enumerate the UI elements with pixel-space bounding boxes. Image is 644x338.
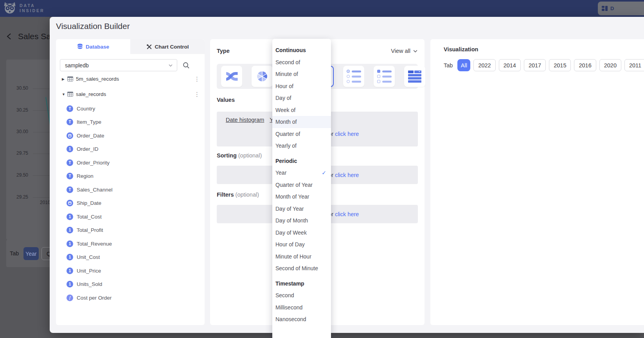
field-unit-price[interactable]: 1 Unit_Price [56,264,205,278]
field-units-sold[interactable]: 1 Units_Sold [56,278,205,291]
dropdown-item-day-of-week[interactable]: Day of Week [272,227,331,239]
dropdown-item-quarter-of[interactable]: Quarter of [272,128,331,140]
chevron-down-icon [413,49,418,53]
field-sales-channel[interactable]: T Sales_Channel [56,183,205,197]
brand[interactable]: DATA INSIDER [3,1,45,15]
dropdown-item-day-of-year[interactable]: Day of Year [272,203,331,215]
text-field-icon: T [67,105,73,112]
chevron-down-icon [168,64,173,67]
screen: DATA INSIDER D Sales Sa [0,0,644,338]
dropdown-item-yearly-of[interactable]: Yearly of [272,140,331,152]
brand-line2: INSIDER [20,8,45,13]
tab-chart-control[interactable]: Chart Control [130,39,205,54]
dropdown-item-week-of[interactable]: Week of [272,104,331,116]
viz-tab-2014[interactable]: 2014 [499,59,521,71]
viz-tab-all[interactable]: All [457,59,470,71]
database-search-row: sampledb [60,59,199,71]
number-field-icon: 1 [67,146,73,152]
back-arrow-icon[interactable] [5,33,13,40]
checkbox-list-icon [377,70,392,83]
type-section-label: Type [217,48,230,54]
field-item-type[interactable]: T Item_Type [56,116,205,129]
field-region[interactable]: T Region [56,170,205,183]
dropdown-item-hour-of[interactable]: Hour of [272,80,331,92]
viz-tab-2015[interactable]: 2015 [549,59,571,71]
dropdown-item-day-of[interactable]: Day of [272,92,331,104]
viz-tab-2016[interactable]: 2016 [574,59,596,71]
table-icon [67,76,73,81]
field-country[interactable]: T Country [56,102,205,116]
date-field-icon [67,200,73,206]
viz-tab-2022[interactable]: 2022 [473,59,495,71]
formula-field-icon: ƒ [67,295,73,301]
kebab-menu-icon[interactable]: ⋮ [194,76,200,83]
search-icon[interactable] [183,62,190,69]
table-name: sale_records [76,91,194,97]
text-field-icon: T [67,186,73,193]
type-card-radio-list[interactable] [343,66,364,87]
dropdown-item-month-of-year[interactable]: Month of Year [272,191,331,203]
field-total-revenue[interactable]: 1 Total_Revenue [56,237,205,251]
number-field-icon: 1 [67,213,73,220]
dropdown-item-year[interactable]: ✓ Year [272,167,331,179]
check-icon: ✓ [322,167,326,179]
dashboards-button-label: D [610,5,614,11]
dashboards-button[interactable]: D [598,2,644,15]
pie-chart-icon [254,69,270,84]
caret-down-icon[interactable]: ▼ [62,92,67,96]
visualization-label: Visualization [444,46,478,52]
dropdown-item-quarter-of-year[interactable]: Quarter of Year [272,179,331,191]
viz-tab-2020[interactable]: 2020 [599,59,621,71]
bg-tab-year[interactable]: Year [23,247,39,260]
field-cost-per-order[interactable]: ƒ Cost per Order [56,291,205,305]
dropdown-item-second-of-minute[interactable]: Second of Minute [272,262,331,275]
field-order-priority[interactable]: T Order_Priority [56,156,205,170]
type-card-pie[interactable] [252,66,273,87]
number-field-icon: 1 [67,227,73,233]
top-navbar: DATA INSIDER D [0,0,644,17]
number-field-icon: 1 [67,281,73,287]
dropdown-item-second-of[interactable]: Second of [272,56,331,69]
dashboard-icon [601,5,608,12]
type-card-checkbox-list[interactable] [374,66,395,87]
table-row-sale-records[interactable]: ▼ sale_records ⋮ [56,87,205,102]
table-row-5m-sales-records[interactable]: ▶ 5m_sales_records ⋮ [56,71,205,87]
kebab-menu-icon[interactable]: ⋮ [194,91,200,98]
field-total-cost[interactable]: 1 Total_Cost [56,210,205,224]
dropdown-item-millisecond[interactable]: Millisecond [272,302,331,314]
dropdown-item-month-of[interactable]: Month of [272,116,331,128]
tab-database-label: Database [86,44,109,50]
field-unit-cost[interactable]: 1 Unit_Cost [56,251,205,264]
dropdown-item-minute-of-hour[interactable]: Minute of Hour [272,251,331,263]
viz-tab-2017[interactable]: 2017 [524,59,546,71]
view-all-button[interactable]: View all [391,48,418,54]
dropdown-item-hour-of-day[interactable]: Hour of Day [272,239,331,251]
type-card-sankey[interactable] [221,66,242,87]
value-token-date-histogram[interactable]: Date histogram [226,117,264,123]
field-ship-date[interactable]: Ship_Date [56,197,205,210]
interval-dropdown-menu: Continuous Second of Minute of Hour of D… [272,39,331,338]
dropdown-item-day-of-month[interactable]: Day of Month [272,215,331,227]
page-title: Sales Sa [18,32,51,41]
text-field-icon: T [67,119,73,125]
table-select-icon [408,70,421,83]
database-select[interactable]: sampledb [60,59,177,71]
tools-icon [146,44,152,50]
click-here-link[interactable]: click here [335,211,359,217]
dropdown-item-minute-of[interactable]: Minute of [272,68,331,80]
dropdown-item-second[interactable]: Second [272,289,331,302]
visualization-builder-modal: Visualization Builder Database [50,17,644,333]
tab-database[interactable]: Database [56,39,130,54]
left-panel-tabs: Database Chart Control [56,39,205,54]
viz-tab-2011[interactable]: 2011 [624,59,644,71]
dropdown-item-nanosecond[interactable]: Nanosecond [272,313,331,325]
click-here-link[interactable]: click here [335,131,359,137]
click-here-link[interactable]: click here [335,172,359,178]
field-total-profit[interactable]: 1 Total_Profit [56,224,205,237]
field-order-date[interactable]: Order_Date [56,129,205,143]
field-order-id[interactable]: 1 Order_ID [56,143,205,156]
text-field-icon: T [67,159,73,166]
bg-tab-label: Tab [10,250,19,257]
caret-right-icon[interactable]: ▶ [62,77,67,81]
type-card-table-select[interactable] [404,66,425,87]
